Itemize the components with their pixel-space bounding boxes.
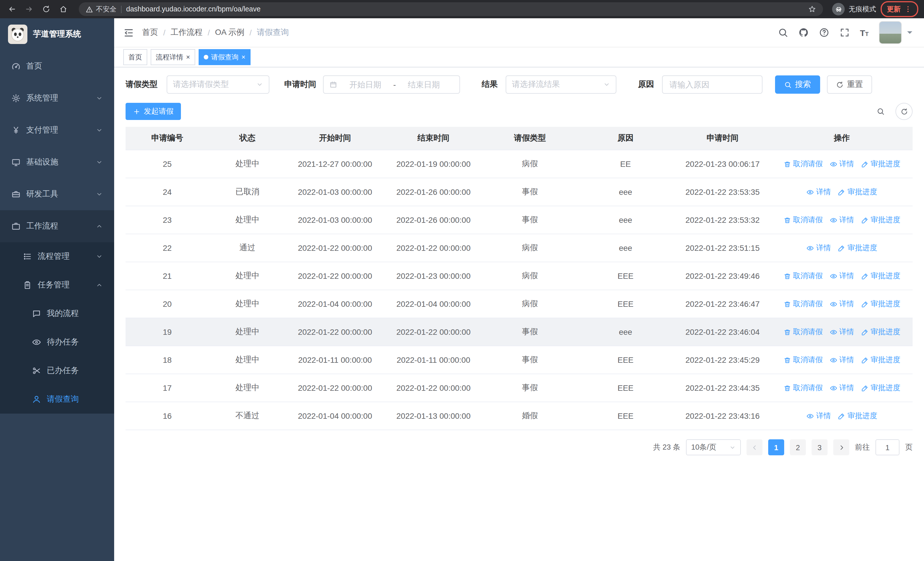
start-date-input[interactable]: [342, 80, 388, 90]
cancel-leave-link[interactable]: 取消请假: [783, 327, 823, 337]
cancel-leave-link[interactable]: 取消请假: [783, 215, 823, 225]
reset-button[interactable]: 重置: [827, 75, 872, 94]
sidebar-item-label: 待办任务: [47, 337, 79, 347]
tab-流程详情[interactable]: 流程详情×: [151, 49, 195, 65]
table-cell: 20: [126, 290, 209, 318]
sidebar-item-chat[interactable]: 我的流程: [0, 299, 114, 328]
bookmark-star-icon[interactable]: [808, 5, 816, 13]
detail-link[interactable]: 详情: [806, 187, 831, 197]
sidebar-item-flow[interactable]: 流程管理: [0, 242, 114, 271]
page-button-2[interactable]: 2: [790, 439, 806, 455]
cancel-leave-link[interactable]: 取消请假: [783, 355, 823, 365]
approval-progress-link[interactable]: 审批进度: [861, 383, 900, 393]
header-search-icon[interactable]: [778, 27, 788, 38]
table-refresh-icon[interactable]: [896, 103, 913, 120]
table-cell: 2022-01-22 00:00:00: [286, 234, 384, 262]
cancel-leave-link[interactable]: 取消请假: [783, 271, 823, 281]
approval-progress-link[interactable]: 审批进度: [861, 327, 900, 337]
cancel-leave-link[interactable]: 取消请假: [783, 383, 823, 393]
avatar[interactable]: [879, 21, 902, 44]
app-logo[interactable]: 芋道管理系统: [0, 18, 114, 50]
approval-progress-link[interactable]: 审批进度: [838, 411, 877, 421]
reset-button-label: 重置: [847, 80, 863, 90]
sidebar-item-task[interactable]: 任务管理: [0, 271, 114, 299]
approval-progress-link[interactable]: 审批进度: [861, 215, 900, 225]
address-bar[interactable]: 不安全 dashboard.yudao.iocoder.cn/bpm/oa/le…: [79, 2, 823, 16]
sidebar-fold-icon[interactable]: [123, 27, 134, 38]
tab-label: 流程详情: [156, 52, 183, 62]
sidebar-item-label: 首页: [26, 61, 42, 71]
sidebar-item-toolbox[interactable]: 研发工具: [0, 178, 114, 210]
approval-progress-link[interactable]: 审批进度: [838, 243, 877, 253]
detail-link[interactable]: 详情: [830, 383, 854, 393]
github-icon[interactable]: [798, 27, 808, 38]
browser-home-icon[interactable]: [57, 3, 70, 15]
sidebar-item-yen[interactable]: 支付管理: [0, 114, 114, 146]
date-range-picker[interactable]: -: [323, 75, 460, 94]
table-cell: EE: [577, 150, 674, 178]
security-chip[interactable]: 不安全: [86, 4, 116, 14]
table-cell: 2022-01-22 23:44:35: [674, 374, 771, 402]
detail-link[interactable]: 详情: [806, 411, 831, 421]
sidebar-item-scissors[interactable]: 已办任务: [0, 356, 114, 385]
chevron-down-icon: [256, 81, 263, 88]
browser-back-icon[interactable]: [6, 3, 18, 15]
reason-input[interactable]: [668, 80, 756, 90]
table-cell: 2022-01-22 23:46:04: [674, 318, 771, 346]
breadcrumb-item[interactable]: OA 示例: [215, 27, 244, 38]
table-cell: 24: [126, 178, 209, 206]
search-button[interactable]: 搜索: [775, 75, 820, 94]
goto-page-input[interactable]: [876, 439, 900, 455]
next-page-button[interactable]: [833, 439, 849, 455]
tab-首页[interactable]: 首页: [123, 49, 147, 65]
cancel-leave-link[interactable]: 取消请假: [783, 299, 823, 309]
font-size-icon[interactable]: TT: [860, 28, 868, 37]
sidebar-item-monitor[interactable]: 基础设施: [0, 146, 114, 178]
breadcrumb-item[interactable]: 工作流程: [171, 27, 202, 38]
table-cell: EEE: [577, 402, 674, 430]
breadcrumb-item[interactable]: 首页: [142, 27, 158, 38]
page-button-3[interactable]: 3: [812, 439, 828, 455]
url-text[interactable]: dashboard.yudao.iocoder.cn/bpm/oa/leave: [126, 5, 804, 13]
page-button-1[interactable]: 1: [768, 439, 784, 455]
detail-link[interactable]: 详情: [830, 299, 854, 309]
approval-progress-link[interactable]: 审批进度: [861, 355, 900, 365]
detail-link[interactable]: 详情: [830, 215, 854, 225]
help-icon[interactable]: [819, 27, 829, 38]
cancel-leave-link[interactable]: 取消请假: [783, 159, 823, 169]
approval-progress-link[interactable]: 审批进度: [861, 271, 900, 281]
fullscreen-icon[interactable]: [839, 27, 849, 38]
sidebar-item-briefcase[interactable]: 工作流程: [0, 210, 114, 242]
sidebar-item-gauge[interactable]: 首页: [0, 50, 114, 82]
tab-请假查询[interactable]: 请假查询×: [199, 49, 250, 65]
create-leave-button[interactable]: 发起请假: [126, 103, 181, 120]
prev-page-button[interactable]: [747, 439, 762, 455]
detail-link[interactable]: 详情: [830, 355, 854, 365]
eye-icon: [830, 160, 837, 168]
table-cell: 病假: [483, 234, 577, 262]
sidebar-item-gear[interactable]: 系统管理: [0, 82, 114, 114]
sidebar-item-label: 系统管理: [26, 93, 58, 104]
page-size-select[interactable]: 10条/页: [686, 439, 741, 455]
detail-link[interactable]: 详情: [830, 327, 854, 337]
result-select[interactable]: 请选择流结果: [506, 75, 616, 94]
close-icon[interactable]: ×: [186, 54, 190, 60]
browser-reload-icon[interactable]: [40, 3, 52, 15]
browser-forward-icon[interactable]: [23, 3, 35, 15]
leave-type-select[interactable]: 请选择请假类型: [166, 75, 269, 94]
browser-update-button[interactable]: 更新: [880, 1, 918, 17]
detail-link[interactable]: 详情: [806, 243, 831, 253]
sidebar-item-eye[interactable]: 待办任务: [0, 328, 114, 356]
user-menu[interactable]: [879, 21, 915, 44]
approval-progress-link[interactable]: 审批进度: [861, 299, 900, 309]
approval-progress-link[interactable]: 审批进度: [861, 159, 900, 169]
sidebar-item-user[interactable]: 请假查询: [0, 385, 114, 414]
browser-menu-icon[interactable]: [904, 5, 912, 13]
approval-progress-link[interactable]: 审批进度: [838, 187, 877, 197]
chevron-down-icon: [96, 253, 103, 260]
end-date-input[interactable]: [400, 80, 447, 90]
toggle-search-icon[interactable]: [873, 104, 889, 119]
detail-link[interactable]: 详情: [830, 271, 854, 281]
detail-link[interactable]: 详情: [830, 159, 854, 169]
close-icon[interactable]: ×: [242, 54, 245, 60]
